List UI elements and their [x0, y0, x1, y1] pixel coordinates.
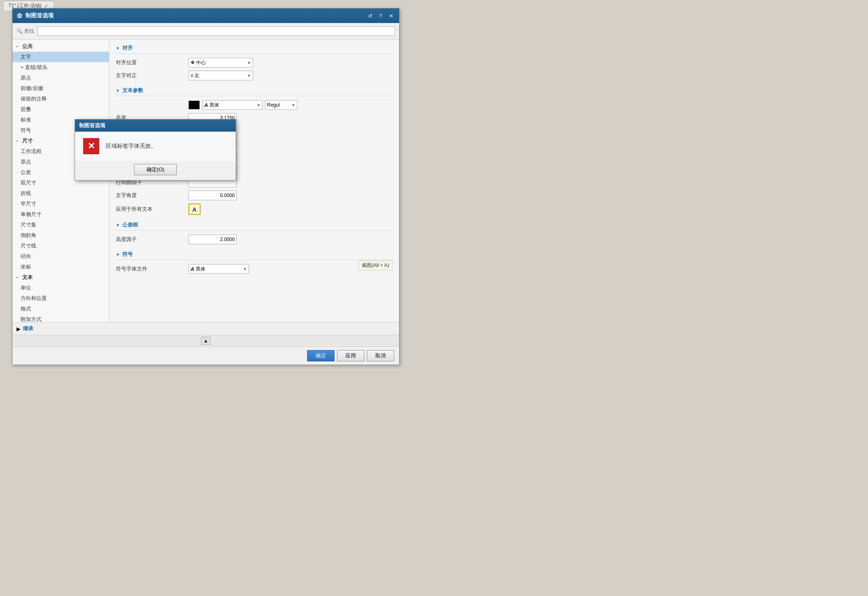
error-message: 区域标签字体无效。	[106, 143, 157, 150]
error-icon: ✕	[83, 138, 99, 154]
error-ok-button[interactable]: 确定(O)	[134, 164, 177, 175]
error-x-icon: ✕	[88, 141, 95, 151]
error-titlebar: 制图首选项	[75, 120, 236, 132]
error-dialog-overlay: 制图首选项 ✕ 区域标签字体无效。 确定(O)	[0, 0, 868, 596]
error-dialog-title: 制图首选项	[79, 122, 105, 129]
error-dialog: 制图首选项 ✕ 区域标签字体无效。 确定(O)	[75, 119, 236, 180]
error-buttons: 确定(O)	[75, 161, 236, 180]
error-content: ✕ 区域标签字体无效。	[75, 132, 236, 161]
